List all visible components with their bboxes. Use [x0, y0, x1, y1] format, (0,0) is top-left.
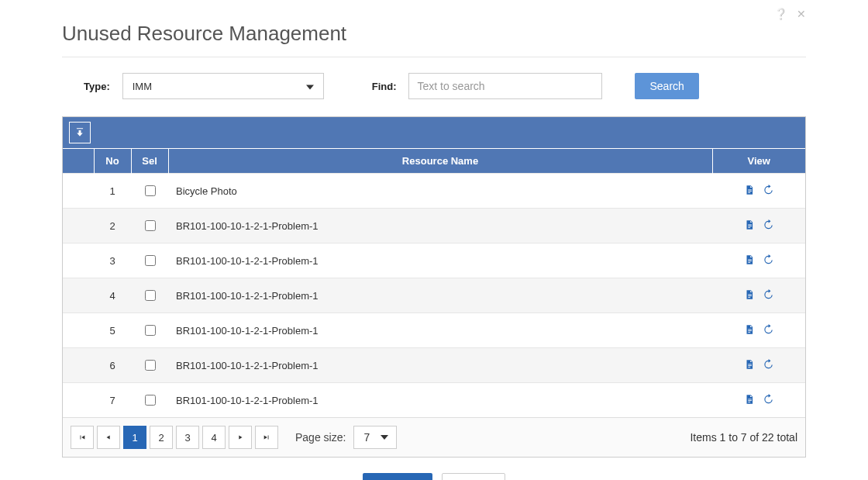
cell-name: Bicycle Photo [168, 174, 712, 209]
svg-rect-10 [748, 295, 752, 296]
type-select[interactable]: IMM [122, 73, 324, 99]
file-icon [744, 254, 755, 265]
cell-spacer [63, 348, 94, 383]
file-icon [744, 324, 755, 335]
cell-no: 2 [94, 209, 131, 243]
history-icon [763, 324, 773, 335]
divider [62, 57, 806, 57]
svg-rect-20 [748, 401, 750, 402]
view-file-button[interactable] [744, 324, 755, 337]
history-icon [763, 219, 773, 230]
file-icon [744, 289, 755, 300]
pager-first-button[interactable] [71, 426, 94, 449]
view-history-button[interactable] [763, 254, 773, 268]
history-icon [763, 359, 773, 370]
table-row: 3BR101-100-10-1-2-1-Problem-1 [63, 243, 805, 278]
cell-name: BR101-100-10-1-2-1-Problem-1 [168, 209, 712, 243]
svg-rect-2 [748, 192, 750, 192]
search-button[interactable]: Search [635, 73, 698, 99]
svg-rect-3 [748, 224, 752, 225]
pager-last-button[interactable] [255, 426, 278, 449]
view-file-button[interactable] [744, 394, 755, 407]
view-history-button[interactable] [763, 324, 773, 337]
col-spacer [63, 149, 94, 174]
cell-spacer [63, 313, 94, 348]
cell-no: 1 [94, 174, 131, 209]
pager-page-button[interactable]: 4 [202, 426, 226, 449]
search-input[interactable] [408, 73, 602, 99]
cell-sel [131, 348, 168, 383]
cell-view [712, 348, 805, 383]
close-icon[interactable]: ✕ [797, 8, 806, 20]
page-size-select[interactable]: 7 [353, 426, 397, 449]
find-label: Find: [372, 81, 397, 92]
history-icon [763, 185, 773, 195]
type-select-value: IMM [133, 81, 152, 92]
help-icon[interactable]: ❔ [774, 8, 787, 20]
chevron-down-icon [306, 85, 314, 90]
cell-sel [131, 313, 168, 348]
svg-rect-4 [748, 226, 752, 226]
history-icon [763, 289, 773, 300]
view-file-button[interactable] [744, 219, 755, 233]
row-checkbox[interactable] [145, 255, 156, 266]
svg-rect-18 [748, 399, 752, 399]
row-checkbox[interactable] [145, 395, 156, 406]
download-button[interactable] [69, 122, 91, 143]
svg-rect-17 [748, 366, 750, 367]
cell-sel [131, 243, 168, 278]
row-checkbox[interactable] [145, 360, 156, 371]
view-history-button[interactable] [763, 359, 773, 372]
cell-view [712, 174, 805, 209]
cell-no: 7 [94, 383, 131, 418]
pager-page-button[interactable]: 1 [123, 426, 146, 449]
download-icon [74, 127, 85, 138]
view-file-button[interactable] [744, 359, 755, 372]
file-icon [744, 394, 755, 405]
chevron-down-icon [381, 435, 388, 440]
svg-rect-19 [748, 400, 752, 401]
cell-view [712, 278, 805, 313]
cell-sel [131, 383, 168, 418]
col-sel[interactable]: Sel [131, 149, 168, 174]
pager-prev-button[interactable] [97, 426, 120, 449]
row-checkbox[interactable] [145, 220, 156, 231]
view-history-button[interactable] [763, 394, 773, 407]
row-checkbox[interactable] [145, 325, 156, 336]
col-no[interactable]: No [94, 149, 131, 174]
view-history-button[interactable] [763, 289, 773, 302]
view-file-button[interactable] [744, 254, 755, 268]
pager-next-button[interactable] [229, 426, 252, 449]
cell-sel [131, 174, 168, 209]
col-view[interactable]: View [712, 149, 805, 174]
cell-name: BR101-100-10-1-2-1-Problem-1 [168, 313, 712, 348]
pager-page-button[interactable]: 3 [176, 426, 199, 449]
remove-button[interactable]: Remove [363, 473, 432, 480]
file-icon [744, 219, 755, 230]
table-row: 6BR101-100-10-1-2-1-Problem-1 [63, 348, 805, 383]
svg-rect-1 [748, 191, 752, 192]
page-size-value: 7 [363, 431, 370, 444]
svg-rect-0 [748, 189, 752, 190]
col-name[interactable]: Resource Name [168, 149, 712, 174]
svg-rect-13 [748, 330, 752, 331]
table-row: 5BR101-100-10-1-2-1-Problem-1 [63, 313, 805, 348]
cell-spacer [63, 278, 94, 313]
cell-sel [131, 209, 168, 243]
cell-no: 5 [94, 313, 131, 348]
view-history-button[interactable] [763, 185, 773, 198]
view-file-button[interactable] [744, 289, 755, 302]
cell-sel [131, 278, 168, 313]
view-history-button[interactable] [763, 219, 773, 233]
row-checkbox[interactable] [145, 290, 156, 301]
cell-view [712, 383, 805, 418]
row-checkbox[interactable] [145, 185, 156, 196]
pager-page-button[interactable]: 2 [150, 426, 173, 449]
svg-rect-9 [748, 294, 752, 295]
pager-totals: Items 1 to 7 of 22 total [690, 431, 797, 444]
cancel-button[interactable]: Cancel [442, 473, 505, 480]
history-icon [763, 394, 773, 405]
svg-rect-8 [748, 261, 750, 262]
view-file-button[interactable] [744, 185, 755, 198]
svg-rect-11 [748, 296, 750, 297]
